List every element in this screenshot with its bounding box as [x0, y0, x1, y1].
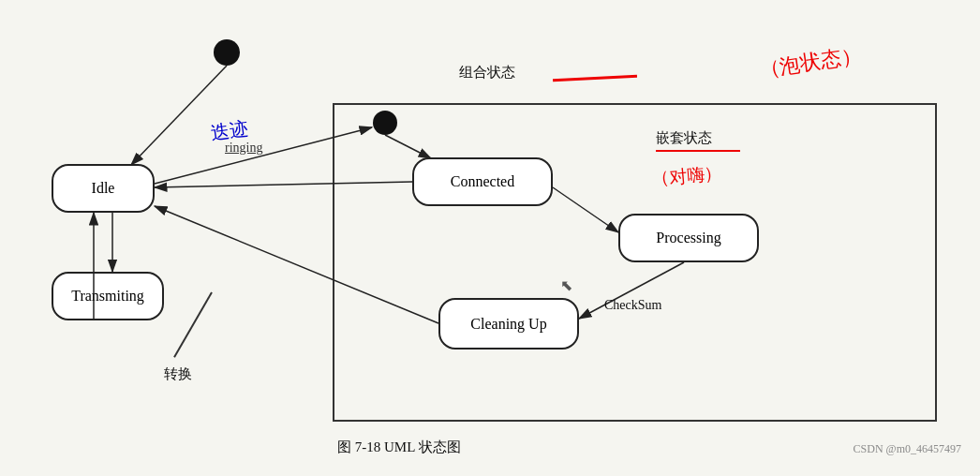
zuhe-label: 组合状态 — [459, 64, 515, 82]
csdn-watermark: CSDN @m0_46457497 — [854, 442, 961, 456]
processing-label: Processing — [656, 230, 720, 246]
zhuanhuan-label: 转换 — [164, 365, 192, 383]
red-line-1 — [553, 75, 637, 82]
composite-state-boundary — [333, 103, 937, 422]
svg-line-2 — [131, 66, 227, 165]
cleaningup-state: Cleaning Up — [438, 298, 579, 350]
idle-state: Idle — [52, 164, 155, 213]
red-underline-qiantao — [656, 150, 740, 152]
slash-decoration — [173, 292, 213, 358]
processing-state: Processing — [618, 214, 759, 262]
initial-state-inner — [373, 111, 397, 135]
annotation-blue-ringing: 迭迹 — [209, 115, 249, 145]
initial-state-outer — [214, 39, 240, 66]
checksum-label: CheckSum — [604, 298, 661, 313]
transmiting-state: Transmiting — [52, 272, 164, 320]
diagram-container: Idle Transmiting Connected Processing Cl… — [0, 0, 980, 476]
transmiting-label: Transmiting — [71, 288, 144, 305]
qiantao-label: 嵌套状态 — [656, 129, 712, 147]
connected-state: Connected — [412, 157, 553, 206]
connected-label: Connected — [451, 173, 514, 190]
figure-caption: 图 7-18 UML 状态图 — [337, 439, 461, 456]
idle-label: Idle — [92, 180, 115, 197]
cleaningup-label: Cleaning Up — [470, 316, 546, 333]
annotation-bubble-state: （泡状态） — [757, 41, 863, 83]
